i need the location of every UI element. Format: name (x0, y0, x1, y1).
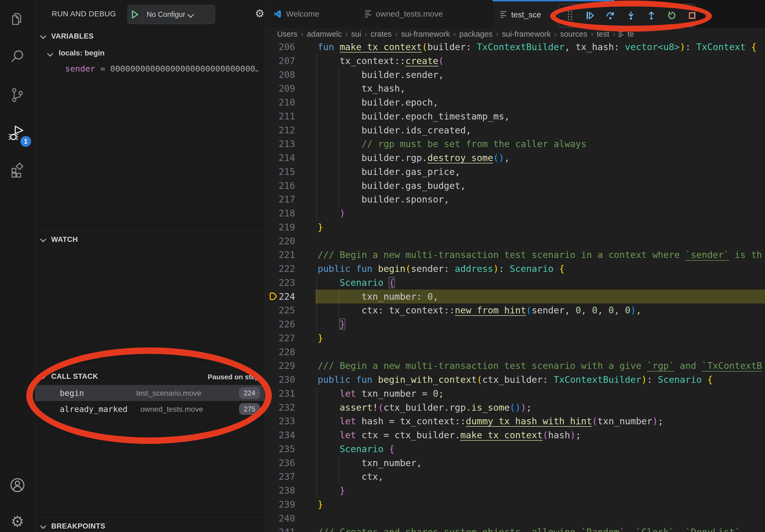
line-number[interactable]: 219 (276, 220, 295, 234)
line-number[interactable]: 234 (276, 428, 295, 442)
debug-toolbar-step-over-button[interactable] (604, 8, 617, 24)
code-line[interactable]: 221/// Begin a new multi-transaction tes… (265, 248, 765, 262)
line-number[interactable]: 226 (276, 317, 295, 331)
code-line[interactable]: 235 Scenario { (265, 442, 765, 456)
code-line[interactable]: 222public fun begin(sender: address): Sc… (265, 262, 765, 276)
code-line[interactable]: 208 builder.sender, (265, 68, 765, 82)
code-line[interactable]: 232 assert!(ctx_builder.rgp.is_some()); (265, 400, 765, 414)
line-number[interactable]: 206 (276, 40, 295, 54)
code-line[interactable]: 218 ) (265, 206, 765, 220)
line-number[interactable]: 214 (276, 151, 295, 165)
code-line[interactable]: 214 builder.rgp.destroy_some(), (265, 151, 765, 165)
line-number[interactable]: 228 (276, 345, 295, 359)
code-line[interactable]: 223 Scenario { (265, 276, 765, 290)
activity-bar-item-extensions[interactable] (0, 155, 35, 184)
activity-bar-item-search[interactable] (0, 42, 35, 71)
code-line[interactable]: 220 (265, 234, 765, 248)
debug-toolbar-restart-button[interactable] (666, 8, 678, 24)
activity-bar-item-run-and-debug[interactable]: 1 (0, 119, 35, 148)
line-number[interactable]: 232 (276, 400, 295, 414)
line-number[interactable]: 240 (276, 511, 295, 525)
line-number[interactable]: 229 (276, 359, 295, 373)
line-number[interactable]: 221 (276, 248, 295, 262)
line-number[interactable]: 233 (276, 414, 295, 428)
line-number[interactable]: 216 (276, 179, 295, 193)
debug-toolbar-step-into-button[interactable] (625, 8, 637, 24)
code-line[interactable]: 210 builder.epoch, (265, 95, 765, 109)
line-number[interactable]: 241 (276, 525, 295, 532)
breadcrumb-item[interactable]: sui-framework (502, 30, 551, 39)
activity-bar-item-account[interactable] (0, 470, 35, 500)
code-line[interactable]: 225 ctx: tx_context::new_from_hint(sende… (265, 303, 765, 317)
debug-toolbar-stop-button[interactable] (686, 8, 698, 24)
config-dropdown[interactable]: No Configur (143, 10, 215, 19)
line-number[interactable]: 227 (276, 331, 295, 345)
activity-bar-item-settings[interactable]: ⚙ (0, 507, 35, 532)
line-number[interactable]: 235 (276, 442, 295, 456)
debug-toolbar-continue-button[interactable] (584, 8, 596, 24)
breadcrumb-item[interactable]: packages (459, 30, 492, 39)
tab-welcome[interactable]: Welcome (265, 0, 357, 28)
line-number[interactable]: 220 (276, 234, 295, 248)
code-line[interactable]: 213 // rgp must be set from the caller a… (265, 137, 765, 151)
code-line[interactable]: 239} (265, 497, 765, 511)
variables-section-header[interactable]: VARIABLES (35, 29, 265, 43)
start-debugging-button[interactable] (128, 5, 143, 24)
code-line[interactable]: 216 builder.gas_budget, (265, 179, 765, 193)
breakpoints-section-header[interactable]: BREAKPOINTS (35, 519, 265, 532)
line-number[interactable]: 208 (276, 68, 295, 82)
breadcrumb-item[interactable]: te (627, 30, 634, 39)
debug-settings-gear-button[interactable]: ⚙ (255, 8, 265, 19)
code-line[interactable]: 212 builder.ids_created, (265, 123, 765, 137)
code-line[interactable]: 228 (265, 345, 765, 359)
line-number[interactable]: 212 (276, 123, 295, 137)
code-line[interactable]: 233 let hash = tx_context::dummy_tx_hash… (265, 414, 765, 428)
call-stack-section-header[interactable]: CALL STACK Paused on step (35, 369, 265, 384)
line-number[interactable]: 213 (276, 137, 295, 151)
code-line[interactable]: 226 } (265, 317, 765, 331)
line-number[interactable]: 238 (276, 483, 295, 497)
activity-bar-item-explorer[interactable] (0, 5, 35, 34)
code-line[interactable]: 241/// Creates and shares system objects… (265, 525, 765, 532)
code-line[interactable]: 230public fun begin_with_context(ctx_bui… (265, 373, 765, 387)
line-number[interactable]: 207 (276, 54, 295, 68)
code-line[interactable]: 211 builder.epoch_timestamp_ms, (265, 109, 765, 123)
code-line[interactable]: 206fun make_tx_context(builder: TxContex… (265, 40, 765, 54)
debug-toolbar-drag-handle-button[interactable] (564, 8, 576, 24)
line-number[interactable]: 215 (276, 165, 295, 179)
variables-scope-locals[interactable]: locals: begin (35, 46, 265, 61)
line-number[interactable]: 217 (276, 192, 295, 206)
line-number[interactable]: 218 (276, 206, 295, 220)
line-number[interactable]: 230 (276, 373, 295, 387)
line-number[interactable]: 236 (276, 456, 295, 470)
code-line[interactable]: 234 let ctx = ctx_builder.make_tx_contex… (265, 428, 765, 442)
line-number[interactable]: 223 (276, 276, 295, 290)
breadcrumb-item[interactable]: Users (277, 30, 298, 39)
line-number[interactable]: 222 (276, 262, 295, 276)
code-line[interactable]: 237 ctx, (265, 470, 765, 483)
code-line[interactable]: 240 (265, 511, 765, 525)
code-line[interactable]: 215 builder.gas_price, (265, 165, 765, 179)
line-number[interactable]: 210 (276, 95, 295, 109)
debug-toolbar-step-out-button[interactable] (645, 8, 657, 24)
code-line[interactable]: 238 } (265, 483, 765, 497)
breadcrumb-item[interactable]: sources (560, 30, 587, 39)
breadcrumb-item[interactable]: crates (371, 30, 391, 39)
line-number[interactable]: 225 (276, 303, 295, 317)
code-line[interactable]: 207 tx_context::create( (265, 54, 765, 68)
breadcrumb-item[interactable]: adamwelc (307, 30, 342, 39)
line-number[interactable]: 231 (276, 387, 295, 400)
line-number[interactable]: 239 (276, 497, 295, 511)
code-line[interactable]: 209 tx_hash, (265, 82, 765, 95)
activity-bar-item-source-control[interactable] (0, 80, 35, 110)
watch-section-header[interactable]: WATCH (35, 232, 265, 247)
code-line[interactable]: 224 txn_number: 0, (265, 290, 765, 304)
breadcrumb-item[interactable]: sui-framework (401, 30, 450, 39)
code-line[interactable]: 231 let txn_number = 0; (265, 387, 765, 400)
line-number[interactable]: 211 (276, 109, 295, 123)
variable-sender[interactable]: sender = 00000000000000000000000000000… (65, 64, 258, 73)
code-line[interactable]: 227} (265, 331, 765, 345)
code-line[interactable]: 229/// Begin a new multi-transaction tes… (265, 359, 765, 373)
breadcrumb-item[interactable]: sui (351, 30, 361, 39)
breadcrumb-item[interactable]: test (597, 30, 609, 39)
